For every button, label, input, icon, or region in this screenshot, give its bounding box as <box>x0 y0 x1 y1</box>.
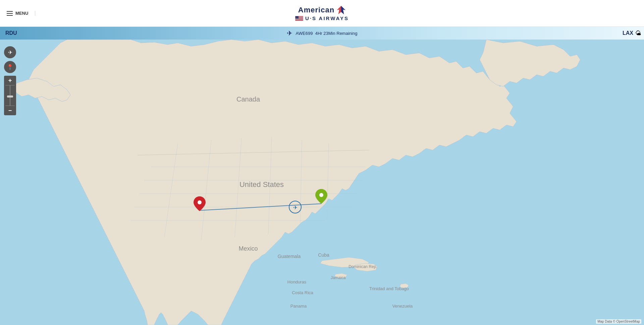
zoom-in-button[interactable]: + <box>4 76 16 85</box>
svg-rect-8 <box>296 18 303 19</box>
jamaica-label: Jamaica <box>331 275 346 280</box>
honduras-label: Honduras <box>287 279 307 284</box>
flight-bar: RDU ✈ AWE699 4Hr 23Min Remaining LAX 🌤 <box>0 27 644 40</box>
zoom-out-button[interactable]: − <box>4 106 16 115</box>
svg-rect-12 <box>296 16 299 19</box>
svg-point-29 <box>319 193 323 197</box>
plane-view-icon: ✈ <box>8 49 12 56</box>
venezuela-label: Venezuela <box>392 304 413 309</box>
canada-label: Canada <box>236 95 260 103</box>
hamburger-icon <box>7 11 13 16</box>
american-text: American <box>298 6 334 14</box>
svg-rect-10 <box>296 19 303 20</box>
usairways-logo: U·S AIRWAYS <box>295 15 349 21</box>
plane-view-button[interactable]: ✈ <box>4 46 16 58</box>
guatemala-label: Guatemala <box>278 254 301 259</box>
location-button[interactable]: 📍 <box>4 61 16 73</box>
map-attribution: Map Data © OpenStreetMap <box>596 319 641 324</box>
plane-icon: ✈ <box>287 29 292 37</box>
map-container[interactable]: Canada United States Mexico Cuba Jamaica… <box>0 40 644 325</box>
flag-icon <box>295 16 303 21</box>
destination-code: LAX <box>623 30 633 36</box>
menu-button[interactable]: MENU <box>7 11 35 16</box>
trinidad-label: Trinidad and Tobago <box>369 286 409 291</box>
plane-map-icon: ✈ <box>293 205 298 210</box>
destination-area: LAX 🌤 <box>623 30 644 37</box>
eagle-icon <box>336 5 346 15</box>
us-label: United States <box>239 180 284 189</box>
logo: American U·S AIRWAYS <box>295 5 349 21</box>
weather-icon: 🌤 <box>635 30 641 37</box>
zoom-slider-thumb[interactable] <box>7 95 13 97</box>
svg-rect-9 <box>296 19 303 20</box>
usairways-text: U·S AIRWAYS <box>305 15 349 21</box>
zoom-slider-track[interactable] <box>10 85 10 106</box>
mexico-label: Mexico <box>238 245 258 252</box>
zoom-control: + − <box>4 76 16 115</box>
cuba-label: Cuba <box>318 252 329 258</box>
svg-rect-11 <box>296 20 303 21</box>
location-icon: 📍 <box>7 64 13 70</box>
header: MENU American <box>0 0 644 27</box>
menu-label: MENU <box>15 11 28 16</box>
panama-label: Panama <box>290 304 307 309</box>
flight-info: ✈ AWE699 4Hr 23Min Remaining <box>287 29 358 37</box>
svg-marker-1 <box>341 6 345 14</box>
costa-rica-label: Costa Rica <box>292 290 313 295</box>
map-svg: Canada United States Mexico Cuba Jamaica… <box>0 40 644 325</box>
flight-details: AWE699 4Hr 23Min Remaining <box>296 31 358 36</box>
dominican-label: Dominican Rep. <box>348 264 377 269</box>
origin-code: RDU <box>0 30 20 36</box>
american-logo: American <box>298 5 346 15</box>
map-controls: ✈ 📍 + − <box>4 46 16 115</box>
svg-point-28 <box>198 200 202 204</box>
